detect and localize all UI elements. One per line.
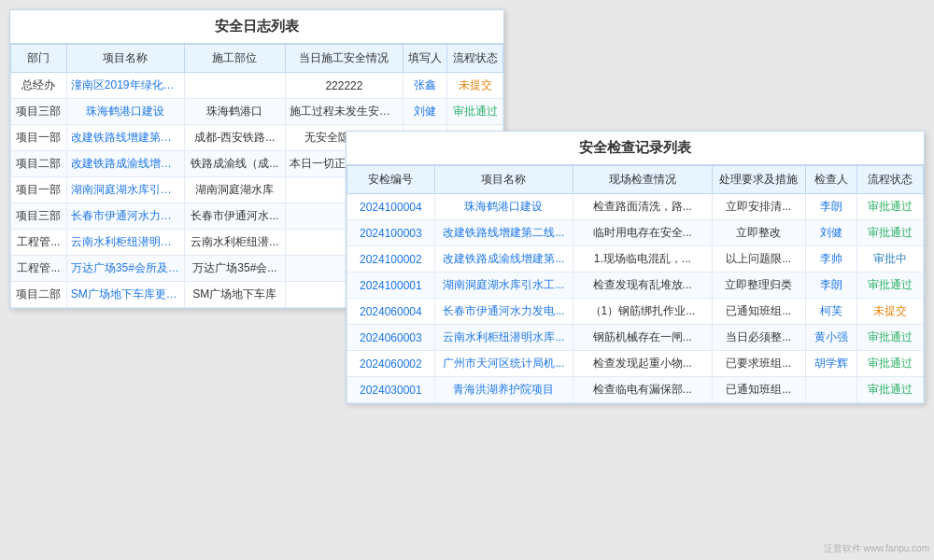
- right-panel-title: 安全检查记录列表: [347, 132, 924, 165]
- col-dept: 部门: [11, 45, 67, 73]
- col-inspector: 检查人: [805, 166, 857, 194]
- table-row: 2024060003云南水利柜纽潜明水库...钢筋机械存在一闸...当日必须整.…: [347, 325, 924, 351]
- safety-inspection-table: 安检编号 项目名称 现场检查情况 处理要求及措施 检查人 流程状态 202410…: [347, 165, 924, 403]
- col-status: 流程状态: [447, 45, 503, 73]
- col-situation: 当日施工安全情况: [285, 45, 403, 73]
- left-table-header-row: 部门 项目名称 施工部位 当日施工安全情况 填写人 流程状态: [11, 45, 503, 73]
- right-table-header-row: 安检编号 项目名称 现场检查情况 处理要求及措施 检查人 流程状态: [347, 166, 924, 194]
- col-project-name: 项目名称: [434, 166, 573, 194]
- table-row: 2024060002广州市天河区统计局机...检查发现起重小物...已要求班组.…: [347, 351, 924, 377]
- left-panel-title: 安全日志列表: [10, 10, 503, 44]
- table-row: 2024060004长春市伊通河水力发电...（1）钢筋绑扎作业...已通知班组…: [347, 299, 924, 325]
- col-project: 项目名称: [66, 45, 184, 73]
- watermark: 泛普软件 www.fanpu.com: [824, 542, 929, 555]
- col-flow-status: 流程状态: [857, 166, 924, 194]
- col-action: 处理要求及措施: [712, 166, 805, 194]
- table-row: 2024100003改建铁路线增建第二线...临时用电存在安全...立即整改刘健…: [347, 220, 924, 246]
- col-id: 安检编号: [347, 166, 435, 194]
- col-check-situation: 现场检查情况: [573, 166, 712, 194]
- main-container: 安全日志列表 部门 项目名称 施工部位 当日施工安全情况 填写人 流程状态 总经…: [0, 0, 934, 560]
- right-panel: 安全检查记录列表 安检编号 项目名称 现场检查情况 处理要求及措施 检查人 流程…: [346, 131, 925, 404]
- table-row: 2024030001青海洪湖养护院项目检查临电有漏保部...已通知班组...审批…: [347, 377, 924, 403]
- col-author: 填写人: [403, 45, 446, 73]
- table-row: 2024100004珠海鹤港口建设检查路面清洗，路...立即安排清...李朗审批…: [347, 194, 924, 220]
- table-row: 2024100002改建铁路成渝线增建第...1.现场临电混乱，...以上问题限…: [347, 246, 924, 273]
- table-row: 总经办潼南区2019年绿化补贴项...222222张鑫未提交: [11, 73, 503, 99]
- col-location: 施工部位: [184, 45, 285, 73]
- table-row: 2024100001湖南洞庭湖水库引水工...检查发现有乱堆放...立即整理归类…: [347, 273, 924, 299]
- table-row: 项目三部珠海鹤港口建设珠海鹤港口施工过程未发生安全事故...刘健审批通过: [11, 99, 503, 125]
